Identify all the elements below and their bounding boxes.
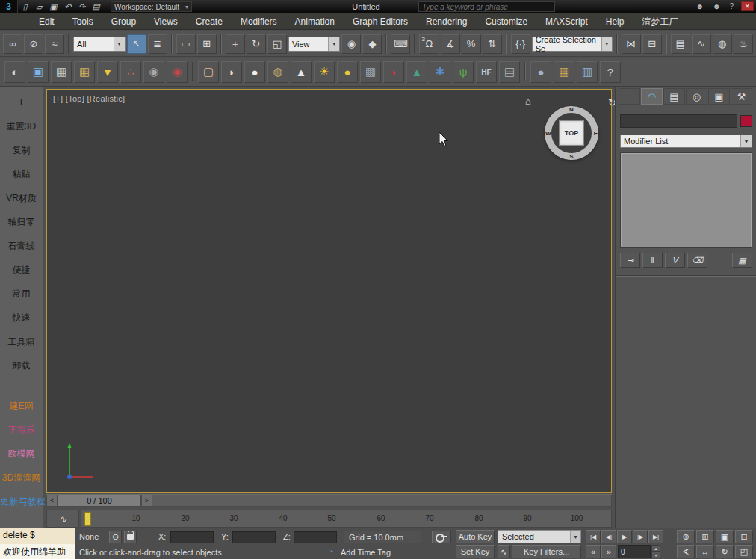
toolbar2-sphere-blue-button[interactable]: ●: [530, 61, 551, 83]
configure-modifier-sets-button[interactable]: ▦: [732, 253, 752, 268]
close-button[interactable]: ×: [741, 1, 754, 11]
toolbar2-sheet-a-button[interactable]: ▦: [51, 61, 72, 83]
maxscript-mini-listener-macro[interactable]: delete $: [0, 528, 75, 544]
sidebar-item-quick[interactable]: 快速: [1, 308, 43, 327]
render-setup-button[interactable]: ♨: [734, 34, 753, 54]
toolbar2-film-button[interactable]: ▤: [499, 61, 520, 83]
current-frame-marker[interactable]: [84, 512, 91, 526]
viewcube-top-face[interactable]: TOP: [559, 120, 584, 146]
menu-maxscript[interactable]: MAXScript: [536, 13, 597, 30]
sidebar-item-vr-material[interactable]: VR材质: [1, 188, 43, 208]
viewport-top[interactable]: [+] [Top] [Realistic] ⌂ ↻ N S W E TOP: [46, 89, 612, 493]
x-coordinate-input[interactable]: [170, 531, 214, 543]
edit-named-selection-sets-button[interactable]: {·}: [511, 34, 530, 54]
tab-modify[interactable]: ◠: [641, 88, 663, 105]
material-editor-button[interactable]: ◍: [713, 34, 732, 54]
toolbar2-monitor-button[interactable]: ▥: [577, 61, 598, 83]
menu-modifiers[interactable]: Modifiers: [232, 13, 286, 30]
toolbar2-sphere-yellow-button[interactable]: ●: [337, 61, 358, 83]
menu-customize[interactable]: Customize: [476, 13, 536, 30]
previous-key-button[interactable]: «: [586, 545, 601, 558]
toolbar2-grass-button[interactable]: ψ: [453, 61, 474, 83]
sidebar-item-3d-liuliu-web[interactable]: 3D溜溜网: [1, 468, 43, 487]
set-keys-button[interactable]: [432, 531, 451, 543]
go-to-start-button[interactable]: |◀: [586, 530, 601, 543]
next-frame-nudge-button[interactable]: >: [141, 495, 152, 507]
reference-coordinate-dropdown[interactable]: View ▾: [288, 37, 341, 52]
sidebar-item-xiadele[interactable]: 下得乐: [1, 420, 43, 439]
add-time-tag-button[interactable]: Add Time Tag: [341, 548, 391, 557]
next-key-button[interactable]: »: [601, 545, 616, 558]
new-scene-button[interactable]: ▯: [18, 1, 32, 13]
object-color-swatch[interactable]: [740, 115, 752, 127]
toolbar2-hf-button[interactable]: HF: [476, 61, 497, 83]
workspace-selector[interactable]: Workspace: Default ▾: [111, 1, 192, 12]
next-frame-button[interactable]: |▶: [633, 530, 648, 543]
view-cube[interactable]: ⌂ ↻ N S W E TOP: [543, 105, 600, 161]
select-and-move-button[interactable]: ＋: [226, 34, 245, 54]
key-filters-curve-button[interactable]: ∿: [498, 545, 510, 558]
auto-key-button[interactable]: Auto Key: [456, 530, 495, 543]
tab-hierarchy[interactable]: ▤: [663, 88, 685, 105]
open-file-button[interactable]: ▱: [32, 1, 46, 13]
save-file-button[interactable]: ▣: [46, 1, 61, 13]
percent-snap-toggle-button[interactable]: %: [462, 34, 481, 54]
sidebar-item-updates-tutorials[interactable]: 更新与教程: [1, 492, 43, 511]
search-input[interactable]: [418, 1, 555, 12]
menu-tools[interactable]: Tools: [63, 13, 102, 30]
rectangular-selection-region-button[interactable]: ▭: [176, 34, 196, 54]
maxscript-mini-listener[interactable]: 欢迎使用绵羊助: [0, 544, 75, 559]
toolbar2-swirl-sphere-button[interactable]: ◉: [143, 61, 164, 83]
modifier-list-dropdown[interactable]: Modifier List ▾: [620, 135, 752, 148]
use-pivot-point-button[interactable]: ◉: [341, 34, 361, 54]
angle-snap-toggle-button[interactable]: ∡: [441, 34, 460, 54]
sidebar-item-uninstall[interactable]: 卸载: [1, 356, 43, 375]
toolbar2-scatter-button[interactable]: ∴: [120, 61, 141, 83]
snaps-toggle-button[interactable]: 3Ω: [419, 34, 439, 54]
sidebar-item-common[interactable]: 常用: [1, 284, 43, 303]
menu-graph-editors[interactable]: Graph Editors: [344, 13, 417, 30]
window-crossing-toggle-button[interactable]: ⊞: [197, 34, 217, 54]
toolbar2-blob-button[interactable]: ◗: [221, 61, 242, 83]
pin-stack-button[interactable]: ⊸: [620, 253, 640, 268]
toolbar2-cone-button[interactable]: ▲: [291, 61, 312, 83]
toolbar2-dot-grid-button[interactable]: ▩: [360, 61, 381, 83]
toolbar2-blocks-button[interactable]: ▦: [554, 61, 574, 83]
modifier-stack[interactable]: [620, 152, 752, 248]
set-key-button[interactable]: Set Key: [456, 545, 495, 558]
menu-rendering[interactable]: Rendering: [417, 13, 476, 30]
isolate-selection-toggle[interactable]: ⊙: [109, 531, 122, 543]
open-mini-curve-editor-button[interactable]: ∿: [46, 510, 79, 528]
redo-button[interactable]: ↷: [75, 1, 89, 13]
keyboard-shortcut-override-button[interactable]: ⌨: [391, 34, 410, 54]
unlink-selection-button[interactable]: ⊘: [24, 34, 43, 54]
toolbar2-gear-button[interactable]: ✱: [430, 61, 450, 83]
menu-animation[interactable]: Animation: [286, 13, 344, 30]
track-bar-ruler[interactable]: 0 10 20 30 40 50 60 70 80 90 100: [81, 510, 612, 528]
go-to-end-button[interactable]: ▶|: [648, 530, 663, 543]
toolbar2-sheet-b-button[interactable]: ▦: [74, 61, 95, 83]
sidebar-item-oumo-web[interactable]: 欧模网: [1, 444, 43, 463]
previous-frame-button[interactable]: ◀|: [601, 530, 616, 543]
key-selection-dropdown[interactable]: Selected ▾: [498, 530, 581, 543]
project-folder-button[interactable]: ▤: [89, 1, 103, 13]
maximize-viewport-toggle[interactable]: ◰: [735, 545, 753, 558]
time-slider-track[interactable]: [152, 495, 612, 507]
select-and-rotate-button[interactable]: ↻: [247, 34, 266, 54]
field-of-view-button[interactable]: ∢: [677, 545, 695, 558]
toolbar2-eclipse-button[interactable]: ◐: [4, 61, 25, 83]
align-button[interactable]: ⊟: [642, 34, 662, 54]
sidebar-item-t[interactable]: T: [1, 93, 43, 112]
toolbar2-terrain-button[interactable]: ▲: [406, 61, 427, 83]
toolbar2-twin-spheres-button[interactable]: ◉: [167, 61, 188, 83]
orbit-button[interactable]: ↻: [716, 545, 734, 558]
select-and-link-button[interactable]: ∞: [3, 34, 22, 54]
toolbar2-sphere-white-button[interactable]: ●: [244, 61, 265, 83]
spinner-up-icon[interactable]: ▴: [651, 545, 660, 552]
tab-display[interactable]: ▣: [708, 88, 730, 105]
sidebar-item-convenient[interactable]: 便捷: [1, 260, 43, 280]
home-icon[interactable]: ⌂: [525, 96, 531, 107]
tab-create[interactable]: [619, 88, 640, 105]
select-and-manipulate-button[interactable]: ◆: [362, 34, 382, 54]
selection-filter-dropdown[interactable]: All ▾: [73, 37, 126, 52]
